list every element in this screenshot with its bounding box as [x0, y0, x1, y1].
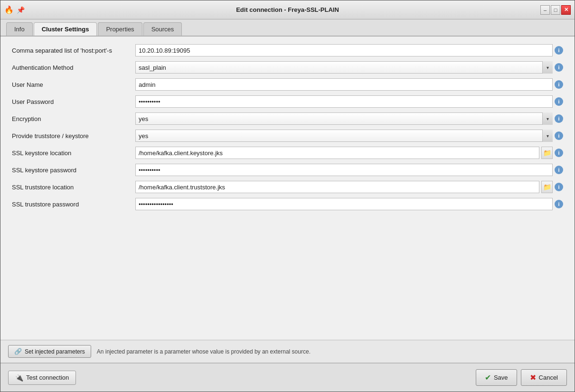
user-name-control: i: [135, 78, 563, 91]
auth-method-select-wrap: sasl_plain none sasl_scram_256 sasl_scra…: [135, 61, 553, 74]
set-injected-parameters-button[interactable]: 🔗 Set injected parameters: [8, 345, 91, 358]
maximize-button[interactable]: □: [551, 5, 560, 15]
ssl-keystore-loc-label: SSL keystore location: [12, 149, 135, 157]
encryption-select-wrap: yes no ▾: [135, 112, 553, 125]
ssl-truststore-loc-control: 📁 i: [135, 181, 563, 193]
x-icon: ✖: [530, 373, 536, 382]
minimize-button[interactable]: –: [540, 5, 550, 15]
test-connection-button[interactable]: 🔌 Test connection: [8, 371, 76, 385]
user-name-input[interactable]: [135, 78, 553, 91]
ssl-keystore-pass-label: SSL keystore password: [12, 167, 135, 174]
app-icon: 🔥: [4, 5, 14, 15]
link-icon: 🔗: [14, 348, 22, 355]
main-window: 🔥 📌 Edit connection - Freya-SSL-PLAIN – …: [0, 0, 575, 392]
truststore-select[interactable]: yes no: [135, 130, 553, 142]
ssl-truststore-pass-row: SSL truststore password i: [12, 198, 563, 210]
user-name-info-icon[interactable]: i: [555, 80, 563, 89]
ssl-truststore-pass-input[interactable]: [135, 198, 553, 210]
tab-info[interactable]: Info: [6, 22, 33, 36]
ssl-truststore-pass-label: SSL truststore password: [12, 201, 135, 208]
user-password-input[interactable]: [135, 95, 553, 108]
ssl-keystore-pass-row: SSL keystore password i: [12, 164, 563, 176]
user-password-control: i: [135, 95, 563, 108]
titlebar-controls: – □ ✕: [540, 5, 571, 15]
ssl-keystore-loc-browse-button[interactable]: 📁: [541, 147, 553, 159]
auth-method-row: Authentication Method sasl_plain none sa…: [12, 61, 563, 74]
ssl-keystore-pass-input[interactable]: [135, 164, 553, 176]
window-title: Edit connection - Freya-SSL-PLAIN: [236, 6, 339, 13]
truststore-control: yes no ▾ i: [135, 130, 563, 142]
encryption-select[interactable]: yes no: [135, 112, 553, 125]
auth-method-control: sasl_plain none sasl_scram_256 sasl_scra…: [135, 61, 563, 74]
ssl-truststore-loc-label: SSL truststore location: [12, 184, 135, 191]
truststore-select-wrap: yes no ▾: [135, 130, 553, 142]
ssl-truststore-pass-info-icon[interactable]: i: [555, 200, 563, 208]
encryption-info-icon[interactable]: i: [555, 114, 563, 123]
encryption-row: Encryption yes no ▾ i: [12, 112, 563, 125]
truststore-label: Provide truststore / keystore: [12, 132, 135, 140]
host-port-input[interactable]: [135, 44, 553, 56]
ssl-truststore-loc-browse-button[interactable]: 📁: [541, 181, 553, 193]
pin-icon[interactable]: 📌: [17, 6, 25, 14]
ssl-truststore-loc-input[interactable]: [135, 181, 539, 193]
tab-sources[interactable]: Sources: [143, 22, 182, 36]
inject-bar: 🔗 Set injected parameters An injected pa…: [0, 340, 575, 363]
cancel-button[interactable]: ✖ Cancel: [521, 369, 567, 386]
truststore-row: Provide truststore / keystore yes no ▾ i: [12, 130, 563, 142]
content-area: Comma separated list of 'host:port'-s i …: [0, 37, 575, 340]
titlebar-left: 🔥 📌: [4, 5, 25, 15]
ssl-keystore-loc-info-icon[interactable]: i: [555, 149, 563, 157]
user-password-row: User Password i: [12, 95, 563, 108]
auth-method-select[interactable]: sasl_plain none sasl_scram_256 sasl_scra…: [135, 61, 553, 74]
user-password-label: User Password: [12, 98, 135, 105]
ssl-truststore-pass-control: i: [135, 198, 563, 210]
close-button[interactable]: ✕: [561, 5, 571, 15]
inject-btn-label: Set injected parameters: [25, 348, 85, 355]
test-connection-label: Test connection: [26, 374, 69, 381]
host-port-row: Comma separated list of 'host:port'-s i: [12, 44, 563, 56]
ssl-truststore-loc-row: SSL truststore location 📁 i: [12, 181, 563, 193]
encryption-control: yes no ▾ i: [135, 112, 563, 125]
ssl-keystore-pass-control: i: [135, 164, 563, 176]
ssl-keystore-loc-row: SSL keystore location 📁 i: [12, 147, 563, 159]
action-bar: 🔌 Test connection ✔ Save ✖ Cancel: [0, 363, 575, 392]
save-label: Save: [494, 374, 508, 381]
titlebar: 🔥 📌 Edit connection - Freya-SSL-PLAIN – …: [0, 0, 575, 19]
ssl-keystore-loc-input[interactable]: [135, 147, 539, 159]
user-password-info-icon[interactable]: i: [555, 97, 563, 106]
user-name-label: User Name: [12, 81, 135, 88]
auth-method-info-icon[interactable]: i: [555, 63, 563, 72]
auth-method-label: Authentication Method: [12, 64, 135, 71]
encryption-label: Encryption: [12, 115, 135, 122]
inject-info-text: An injected parameter is a parameter who…: [97, 348, 311, 355]
check-icon: ✔: [485, 373, 491, 382]
plug-icon: 🔌: [15, 374, 23, 382]
ssl-keystore-loc-control: 📁 i: [135, 147, 563, 159]
ssl-keystore-pass-info-icon[interactable]: i: [555, 166, 563, 174]
ssl-truststore-loc-info-icon[interactable]: i: [555, 183, 563, 191]
user-name-row: User Name i: [12, 78, 563, 91]
host-port-control: i: [135, 44, 563, 56]
host-port-label: Comma separated list of 'host:port'-s: [12, 47, 135, 54]
save-button[interactable]: ✔ Save: [476, 369, 517, 386]
truststore-info-icon[interactable]: i: [555, 131, 563, 140]
tabs-bar: Info Cluster Settings Properties Sources: [0, 19, 575, 37]
host-port-info-icon[interactable]: i: [555, 46, 563, 55]
tab-properties[interactable]: Properties: [98, 22, 142, 36]
cancel-label: Cancel: [539, 374, 558, 381]
tab-cluster-settings[interactable]: Cluster Settings: [34, 22, 97, 36]
